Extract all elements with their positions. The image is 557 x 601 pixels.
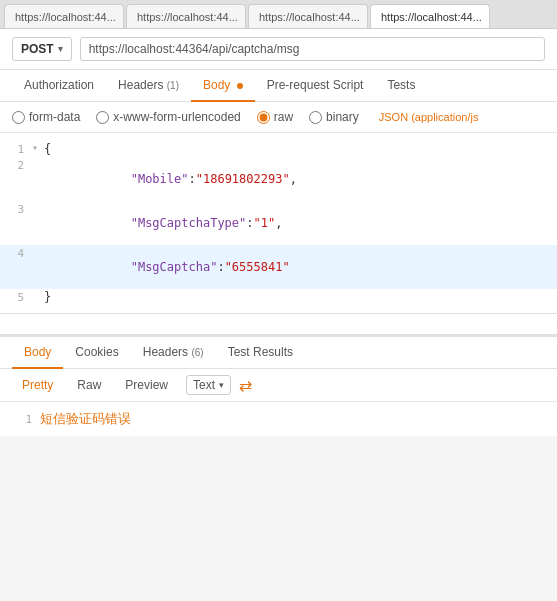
radio-form-data[interactable]: form-data (12, 110, 80, 124)
response-line-num-1: 1 (12, 413, 32, 426)
radio-binary-label: binary (326, 110, 359, 124)
response-tab-headers[interactable]: Headers (6) (131, 337, 216, 369)
radio-urlencoded[interactable]: x-www-form-urlencoded (96, 110, 240, 124)
line-num-4: 4 (0, 246, 32, 260)
json-val-2: "18691802293" (196, 172, 290, 186)
line-content-2: "Mobile":"18691802293", (44, 158, 557, 200)
tab-headers[interactable]: Headers (1) (106, 70, 191, 102)
request-nav-tabs: Authorization Headers (1) Body Pre-reque… (0, 70, 557, 102)
tab-body-dot (237, 83, 243, 89)
tab-authorization[interactable]: Authorization (12, 70, 106, 102)
main-container: POST ▾ Authorization Headers (1) Body Pr… (0, 28, 557, 436)
line-num-1: 1 (0, 142, 32, 156)
browser-tab-2[interactable]: https://localhost:44... (126, 4, 246, 28)
tab-headers-badge: (1) (167, 80, 179, 91)
radio-urlencoded-input[interactable] (96, 111, 109, 124)
raw-button[interactable]: Raw (67, 375, 111, 395)
response-toolbar: Pretty Raw Preview Text ▾ ⇄ (0, 369, 557, 402)
response-tab-cookies-label: Cookies (75, 345, 118, 359)
browser-tabs-bar: https://localhost:44... https://localhos… (0, 0, 557, 28)
tab-tests-label: Tests (387, 78, 415, 92)
url-input[interactable] (80, 37, 545, 61)
radio-raw-input[interactable] (257, 111, 270, 124)
response-tab-body-label: Body (24, 345, 51, 359)
response-tab-headers-badge: (6) (191, 347, 203, 358)
response-tab-headers-label: Headers (143, 345, 188, 359)
browser-tab-1[interactable]: https://localhost:44... (4, 4, 124, 28)
tab-body-label: Body (203, 78, 230, 92)
json-key-3: "MsgCaptchaType" (102, 216, 247, 230)
radio-binary[interactable]: binary (309, 110, 359, 124)
json-key-4: "MsgCaptcha" (102, 260, 218, 274)
request-bar: POST ▾ (0, 29, 557, 70)
line-num-2: 2 (0, 158, 32, 172)
code-line-5: 5 } (0, 289, 557, 305)
wrap-icon[interactable]: ⇄ (239, 376, 252, 395)
tab-body[interactable]: Body (191, 70, 255, 102)
code-line-4: 4 "MsgCaptcha":"6555841" (0, 245, 557, 289)
browser-tab-4[interactable]: https://localhost:44... (370, 4, 490, 28)
method-select[interactable]: POST ▾ (12, 37, 72, 61)
response-tabs: Body Cookies Headers (6) Test Results (0, 337, 557, 369)
text-format-dropdown[interactable]: Text ▾ (186, 375, 231, 395)
radio-form-data-label: form-data (29, 110, 80, 124)
tab-pre-request-label: Pre-request Script (267, 78, 364, 92)
line-num-3: 3 (0, 202, 32, 216)
browser-tab-3-label: https://localhost:44... (259, 11, 360, 23)
browser-tab-2-label: https://localhost:44... (137, 11, 238, 23)
tab-tests[interactable]: Tests (375, 70, 427, 102)
radio-urlencoded-label: x-www-form-urlencoded (113, 110, 240, 124)
code-line-2: 2 "Mobile":"18691802293", (0, 157, 557, 201)
pretty-button[interactable]: Pretty (12, 375, 63, 395)
preview-button[interactable]: Preview (115, 375, 178, 395)
radio-form-data-input[interactable] (12, 111, 25, 124)
tab-headers-label: Headers (118, 78, 163, 92)
browser-tab-1-label: https://localhost:44... (15, 11, 116, 23)
radio-binary-input[interactable] (309, 111, 322, 124)
text-format-chevron-icon: ▾ (219, 380, 224, 390)
json-key-2: "Mobile" (102, 172, 189, 186)
response-content: 1 短信验证码错误 (0, 402, 557, 436)
response-tab-cookies[interactable]: Cookies (63, 337, 130, 369)
response-tab-test-results-label: Test Results (228, 345, 293, 359)
line-content-1: { (44, 142, 557, 156)
method-label: POST (21, 42, 54, 56)
json-val-3: "1" (254, 216, 276, 230)
tab-pre-request[interactable]: Pre-request Script (255, 70, 376, 102)
response-section: Body Cookies Headers (6) Test Results Pr… (0, 334, 557, 436)
radio-raw[interactable]: raw (257, 110, 293, 124)
response-tab-body[interactable]: Body (12, 337, 63, 369)
body-options: form-data x-www-form-urlencoded raw bina… (0, 102, 557, 133)
radio-raw-label: raw (274, 110, 293, 124)
response-tab-test-results[interactable]: Test Results (216, 337, 305, 369)
browser-tab-4-label: https://localhost:44... (381, 11, 482, 23)
line-content-3: "MsgCaptchaType":"1", (44, 202, 557, 244)
response-error-text: 短信验证码错误 (40, 410, 131, 428)
code-line-1: 1 ▾ { (0, 141, 557, 157)
code-editor[interactable]: 1 ▾ { 2 "Mobile":"18691802293", 3 "MsgCa… (0, 133, 557, 314)
line-content-4: "MsgCaptcha":"6555841" (44, 246, 557, 288)
code-line-3: 3 "MsgCaptchaType":"1", (0, 201, 557, 245)
browser-tab-3[interactable]: https://localhost:44... (248, 4, 368, 28)
line-gutter-1: ▾ (32, 142, 44, 153)
tab-authorization-label: Authorization (24, 78, 94, 92)
json-type-label[interactable]: JSON (application/js (379, 111, 479, 123)
line-num-5: 5 (0, 290, 32, 304)
line-content-5: } (44, 290, 557, 304)
json-val-4: "6555841" (225, 260, 290, 274)
editor-spacer (0, 314, 557, 334)
method-chevron-icon: ▾ (58, 44, 63, 54)
response-line-1: 1 短信验证码错误 (12, 410, 545, 428)
text-format-label: Text (193, 378, 215, 392)
